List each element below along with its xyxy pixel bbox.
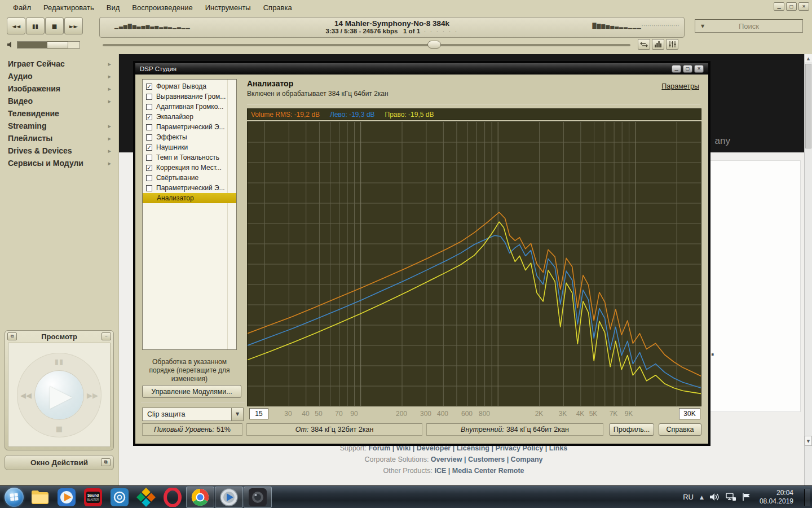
search-input[interactable]: ▼ Поиск <box>695 19 803 33</box>
web-footer-links[interactable]: Overview | Customers | Company <box>431 456 543 463</box>
dsp-module-row[interactable]: Эффекты <box>143 132 236 142</box>
avg-antivirus-icon[interactable] <box>136 488 156 507</box>
seek-thumb[interactable] <box>427 41 441 49</box>
volume-thumb[interactable] <box>47 41 68 49</box>
checkbox[interactable] <box>146 155 152 161</box>
spectrum-view-icon[interactable] <box>652 39 664 50</box>
scroll-down-icon[interactable]: ▼ <box>805 436 812 446</box>
dsp-module-row[interactable]: ✓Формат Вывода <box>143 81 236 91</box>
shuffle-icon[interactable] <box>638 39 650 50</box>
maximize-icon[interactable]: ▢ <box>786 2 797 11</box>
previous-button[interactable]: ◄◄ <box>7 17 25 34</box>
scroll-up-icon[interactable]: ▲ <box>805 54 812 63</box>
dsp-module-row[interactable]: ✓Наушники <box>143 142 236 152</box>
menu-item[interactable]: Редактировать <box>37 1 100 14</box>
dsp-module-row[interactable]: Анализатор <box>143 193 236 203</box>
stop-icon[interactable]: ■ <box>56 424 63 433</box>
opera-icon[interactable] <box>163 488 182 507</box>
active-app-frame[interactable] <box>215 487 243 508</box>
dsp-module-row[interactable]: Параметрический Э... <box>143 183 236 193</box>
speaker-icon[interactable] <box>7 41 15 49</box>
sidebar-item[interactable]: Drives & Devices▸ <box>0 144 118 157</box>
sidebar-item[interactable]: Плейлисты▸ <box>0 132 118 144</box>
checkbox[interactable] <box>146 94 152 100</box>
restore-icon[interactable]: ⧉ <box>101 458 111 466</box>
seek-bar[interactable] <box>103 44 630 46</box>
parameters-link[interactable]: Параметры <box>661 82 699 90</box>
sidebar-item[interactable]: Сервисы и Модули▸ <box>0 157 118 169</box>
checkbox[interactable]: ✓ <box>146 144 152 151</box>
active-app-frame[interactable] <box>186 487 214 508</box>
checkbox[interactable] <box>146 185 152 191</box>
scrollbar-thumb[interactable] <box>805 64 811 148</box>
creative-app-icon[interactable] <box>110 488 129 507</box>
network-tray-icon[interactable] <box>726 493 736 501</box>
checkbox[interactable] <box>146 175 152 181</box>
forward-icon[interactable]: ▶▶ <box>87 391 98 399</box>
maximize-icon[interactable]: ▢ <box>683 65 692 73</box>
sidebar-item[interactable]: Видео▸ <box>0 95 118 107</box>
manage-modules-button[interactable]: Управление Модулями... <box>142 385 241 398</box>
show-desktop-button[interactable] <box>804 489 810 506</box>
chevron-down-icon[interactable]: ▼ <box>231 408 243 421</box>
dsp-module-row[interactable]: ✓Коррекция по Мест... <box>143 163 236 173</box>
dsp-module-row[interactable]: ✓Эквалайзер <box>143 112 236 122</box>
sound-blaster-icon[interactable]: SoundBLASTER <box>83 488 103 507</box>
clip-protection-dropdown[interactable]: Clip защита ▼ <box>142 408 244 421</box>
close-icon[interactable]: ✕ <box>798 2 809 11</box>
action-window-bar[interactable]: Окно Действий ⧉ <box>5 455 114 470</box>
play-button[interactable]: ▶ <box>35 371 83 419</box>
minimize-icon[interactable]: ▁ <box>672 65 681 73</box>
dsp-module-row[interactable]: Свёртывание <box>143 173 236 183</box>
scrollbar[interactable]: ▲ ▼ <box>804 54 812 485</box>
menu-item[interactable]: Воспроизведение <box>126 1 198 14</box>
equalizer-icon[interactable] <box>666 39 678 50</box>
sidebar-item[interactable]: Изображения▸ <box>0 82 118 95</box>
max-frequency-input[interactable]: 30K <box>679 408 700 419</box>
sidebar-item[interactable]: Streaming▸ <box>0 120 118 132</box>
help-button[interactable]: Справка <box>659 423 701 436</box>
jriver-icon[interactable] <box>219 488 239 507</box>
dialog-titlebar[interactable]: DSP Студия ▁ ▢ ✕ <box>135 63 708 75</box>
stop-button[interactable]: ■ <box>45 17 64 34</box>
min-frequency-input[interactable]: 15 <box>249 408 268 419</box>
rewind-icon[interactable]: ◀◀ <box>20 391 32 399</box>
volume-tray-icon[interactable] <box>710 493 720 501</box>
minimize-icon[interactable]: ▁ <box>774 2 784 11</box>
checkbox[interactable]: ✓ <box>146 165 152 171</box>
active-app-frame[interactable] <box>244 487 272 508</box>
menu-item[interactable]: Справка <box>257 1 298 14</box>
pause-button[interactable]: ▮▮ <box>26 17 45 34</box>
volume-slider[interactable] <box>17 41 80 49</box>
sidebar-item[interactable]: Телевидение <box>0 107 118 120</box>
dsp-module-row[interactable]: Выравнивание Гром... <box>143 91 236 102</box>
action-center-flag-icon[interactable] <box>742 493 751 501</box>
language-indicator[interactable]: RU <box>683 493 694 501</box>
checkbox[interactable]: ✓ <box>146 114 152 120</box>
sidebar-item[interactable]: Играет Сейчас▸ <box>0 58 118 70</box>
media-player-icon[interactable] <box>57 488 76 507</box>
web-footer-links[interactable]: ICE | Media Center Remote <box>434 467 524 475</box>
menu-item[interactable]: Вид <box>100 1 126 14</box>
clock[interactable]: 20:04 08.04.2019 <box>757 489 793 506</box>
menu-item[interactable]: Инструменты <box>199 1 257 14</box>
dsp-module-row[interactable]: Темп и Тональность <box>143 152 236 163</box>
checkbox[interactable]: ✓ <box>146 84 152 90</box>
next-button[interactable]: ►► <box>64 17 83 34</box>
popout-icon[interactable]: ⧉ <box>7 332 17 340</box>
sidebar-item[interactable]: Аудио▸ <box>0 70 118 82</box>
checkbox[interactable] <box>146 134 152 141</box>
camera-app-icon[interactable] <box>248 488 267 507</box>
checkbox[interactable] <box>146 104 152 110</box>
hidden-icons-icon[interactable]: ▲ <box>700 494 704 500</box>
collapse-icon[interactable]: − <box>102 332 111 340</box>
dsp-module-row[interactable]: Адаптивная Громко... <box>143 102 236 112</box>
profile-button[interactable]: Профиль... <box>609 423 654 436</box>
chevron-down-icon[interactable]: ▼ <box>695 24 710 29</box>
start-button[interactable] <box>5 488 24 507</box>
close-icon[interactable]: ✕ <box>694 65 704 73</box>
checkbox[interactable] <box>146 124 152 130</box>
menu-item[interactable]: Файл <box>7 1 37 14</box>
dsp-module-row[interactable]: Параметрический Э... <box>143 122 236 132</box>
pause-icon[interactable]: ▮▮ <box>55 357 64 366</box>
